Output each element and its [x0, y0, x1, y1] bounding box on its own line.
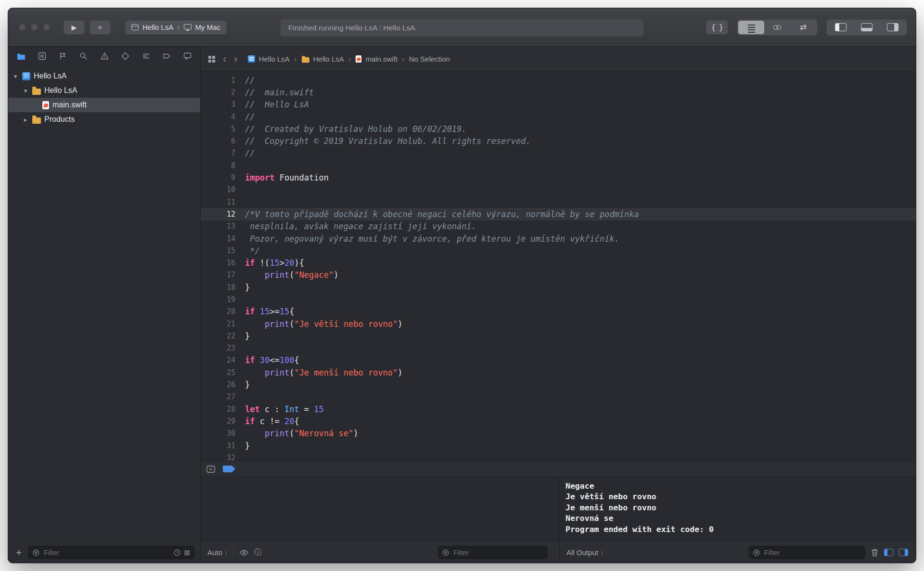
line-number[interactable]: 24	[201, 356, 235, 364]
line-number[interactable]: 4	[201, 113, 235, 121]
code-line[interactable]: 27	[201, 391, 916, 403]
code-line[interactable]: 29if c != 20{	[201, 415, 916, 427]
line-number[interactable]: 15	[201, 247, 235, 255]
code-line[interactable]: 16if !(15>20){	[201, 257, 916, 269]
line-number[interactable]: 26	[201, 380, 235, 389]
hide-debug-area-button[interactable]	[206, 466, 215, 473]
line-number[interactable]: 1	[201, 76, 235, 85]
go-back-button[interactable]: ‹	[222, 54, 227, 65]
line-number[interactable]: 8	[201, 161, 235, 170]
version-editor-button[interactable]: ⇄	[790, 21, 816, 34]
code-line[interactable]: 26}	[201, 378, 916, 390]
code-line[interactable]: 28let c : Int = 15	[201, 403, 916, 415]
minimize-window-button[interactable]	[31, 24, 38, 31]
print-description-button[interactable]: ⓘ	[254, 547, 262, 558]
code-line[interactable]: 20if 15>=15{	[201, 306, 916, 318]
code-line[interactable]: 2// main.swift	[201, 86, 916, 98]
variables-filter-input[interactable]	[452, 548, 543, 557]
line-number[interactable]: 22	[201, 332, 235, 340]
toggle-inspector-button[interactable]	[880, 21, 906, 34]
recents-clock-icon[interactable]	[174, 549, 180, 556]
navigator-filter-input[interactable]	[43, 548, 170, 557]
code-line[interactable]: 12/*V tomto případě dochází k obecné neg…	[201, 208, 916, 220]
close-window-button[interactable]	[19, 24, 26, 31]
code-line[interactable]: 17 print("Negace")	[201, 269, 916, 281]
variables-scope-selector[interactable]: Auto ↕	[207, 548, 228, 557]
breadcrumb-file[interactable]: main.swift	[355, 55, 398, 63]
tree-row[interactable]: ▸Products	[8, 112, 200, 127]
code-line[interactable]: 9import Foundation	[201, 171, 916, 183]
console-filter-field[interactable]	[749, 546, 865, 559]
clear-console-button[interactable]	[871, 548, 878, 557]
line-number[interactable]: 20	[201, 307, 235, 316]
show-variables-view-button[interactable]	[884, 549, 893, 556]
code-line[interactable]: 13 nesplnila, avšak negace zajistí její …	[201, 221, 916, 233]
code-line[interactable]: 15 */	[201, 245, 916, 257]
line-number[interactable]: 17	[201, 271, 235, 279]
line-number[interactable]: 16	[201, 259, 235, 267]
related-items-icon[interactable]	[208, 56, 211, 59]
code-line[interactable]: 14 Pozor, negovaný výraz musí být v závo…	[201, 233, 916, 245]
line-number[interactable]: 28	[201, 405, 235, 414]
code-line[interactable]: 7//	[201, 147, 916, 159]
line-number[interactable]: 6	[201, 137, 235, 145]
show-console-view-button[interactable]	[899, 549, 908, 556]
line-number[interactable]: 21	[201, 320, 235, 328]
code-area[interactable]: 1//2// main.swift3// Hello LsA4//5// Cre…	[201, 72, 916, 461]
zoom-window-button[interactable]	[43, 24, 50, 31]
go-forward-button[interactable]: ›	[233, 54, 238, 65]
code-line[interactable]: 1//	[201, 74, 916, 86]
line-number[interactable]: 11	[201, 198, 235, 207]
line-number[interactable]: 10	[201, 185, 235, 194]
code-line[interactable]: 22}	[201, 330, 916, 342]
code-line[interactable]: 31}	[201, 440, 916, 452]
code-snippets-button[interactable]: { }	[706, 20, 728, 35]
standard-editor-button[interactable]	[738, 21, 764, 34]
code-line[interactable]: 21 print("Je větší nebo rovno")	[201, 318, 916, 330]
line-number[interactable]: 7	[201, 149, 235, 157]
line-number[interactable]: 32	[201, 454, 235, 461]
code-line[interactable]: 6// Copyright © 2019 Vratislav Holub. Al…	[201, 135, 916, 147]
stop-button[interactable]: ■	[90, 20, 111, 35]
line-number[interactable]: 30	[201, 429, 235, 438]
console-filter-input[interactable]	[763, 548, 861, 557]
breadcrumb-selection[interactable]: No Selection	[409, 55, 450, 63]
report-navigator-icon[interactable]	[183, 52, 192, 60]
breadcrumb-group[interactable]: Hello LsA	[301, 55, 344, 63]
debug-navigator-icon[interactable]	[142, 52, 150, 60]
line-number[interactable]: 18	[201, 283, 235, 292]
source-control-navigator-icon[interactable]	[38, 52, 46, 60]
activate-breakpoints-button[interactable]	[223, 466, 235, 472]
variables-filter-field[interactable]	[438, 546, 548, 559]
line-number[interactable]: 25	[201, 368, 235, 377]
line-number[interactable]: 31	[201, 441, 235, 450]
line-number[interactable]: 29	[201, 417, 235, 426]
code-line[interactable]: 32	[201, 452, 916, 461]
variables-view[interactable]	[201, 477, 560, 541]
code-line[interactable]: 24if 30<=100{	[201, 354, 916, 366]
test-navigator-icon[interactable]	[121, 52, 129, 60]
line-number[interactable]: 14	[201, 234, 235, 243]
find-navigator-icon[interactable]	[79, 52, 88, 60]
toggle-debug-area-button[interactable]	[854, 21, 880, 34]
console-output-selector[interactable]: All Output ↕	[566, 548, 603, 557]
disclosure-open-icon[interactable]: ▾	[22, 87, 29, 94]
breakpoint-navigator-icon[interactable]	[163, 52, 171, 60]
tree-row[interactable]: main.swift	[8, 98, 200, 112]
tree-row[interactable]: ▾Hello LsA	[8, 83, 200, 98]
add-file-button[interactable]: +	[14, 547, 24, 558]
code-line[interactable]: 18}	[201, 281, 916, 293]
code-line[interactable]: 30 print("Nerovná se")	[201, 428, 916, 440]
code-line[interactable]: 5// Created by Vratislav Holub on 06/02/…	[201, 123, 916, 135]
line-number[interactable]: 27	[201, 392, 235, 401]
line-number[interactable]: 9	[201, 173, 235, 182]
disclosure-closed-icon[interactable]: ▸	[22, 116, 29, 123]
line-number[interactable]: 13	[201, 222, 235, 231]
assistant-editor-button[interactable]	[764, 21, 790, 34]
quicklook-eye-button[interactable]	[240, 550, 248, 556]
scope-filter-icon[interactable]: ⊠	[184, 549, 190, 556]
run-button[interactable]: ▶	[64, 20, 85, 35]
code-line[interactable]: 3// Hello LsA	[201, 99, 916, 111]
line-number[interactable]: 12	[201, 210, 235, 219]
console-output[interactable]: NegaceJe větší nebo rovnoJe menší nebo r…	[560, 477, 916, 541]
